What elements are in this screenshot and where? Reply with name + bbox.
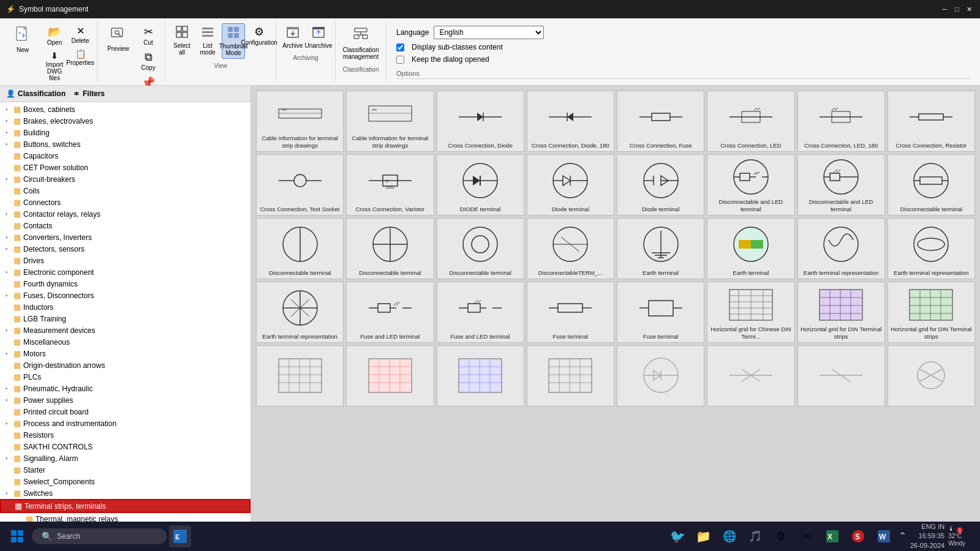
configuration-button[interactable]: ⚙ Configuration: [247, 23, 271, 48]
symbol-cell-cross-varistor[interactable]: U Cross Connection, Varistor: [346, 154, 434, 216]
symbol-cell-grid-bottom-4[interactable]: [527, 345, 614, 407]
taskbar-excel-icon[interactable]: X: [821, 525, 843, 547]
tree-item-terminal-strips[interactable]: - ▦ Terminal strips, terminals: [0, 499, 251, 513]
close-button[interactable]: ✕: [964, 4, 974, 14]
tree-item-process[interactable]: + ▦ Process and instrumentation: [0, 418, 251, 429]
tree-item-starter[interactable]: ▦ Starter: [0, 464, 251, 476]
symbol-cell-cable-info-2[interactable]: info Cable information for terminal stri…: [346, 91, 434, 152]
symbol-cell-cross-diode[interactable]: Cross Connection, Diode: [437, 91, 524, 152]
tree-item-inductors[interactable]: ▦ Inductors: [0, 301, 251, 313]
taskbar-red-icon[interactable]: S: [847, 525, 869, 547]
symbol-cell-disconnectable-term[interactable]: DisconnectableTERM_...: [527, 218, 614, 279]
symbol-cell-grid-bottom-2[interactable]: [346, 345, 434, 407]
symbol-cell-earth-terminal-1[interactable]: Earth terminal: [617, 218, 704, 279]
new-button[interactable]: New: [5, 23, 40, 56]
tree-item-converters[interactable]: + ▦ Converters, Inverters: [0, 231, 251, 243]
symbol-cell-disconnectable-led-1[interactable]: Disconnectable and LED terminal: [707, 154, 794, 216]
taskbar-edge-icon[interactable]: 🌐: [718, 525, 741, 547]
symbol-cell-horizontal-grid-1[interactable]: Horizontal grid for Chinese DIN Termi...: [707, 282, 794, 343]
symbol-cell-earth-rep-1[interactable]: Earth terminal representation: [797, 218, 885, 279]
tree-item-miscellaneous[interactable]: ▦ Miscellaneous: [0, 336, 251, 348]
symbol-cell-diode-terminal-2[interactable]: Diode terminal: [527, 154, 614, 216]
import-dwg-button[interactable]: ⬇ Import DWG files: [43, 49, 66, 83]
tree-item-sakthi[interactable]: ▦ SAKTHI CONTROLS: [0, 441, 251, 452]
tree-item-coils[interactable]: ▦ Coils: [0, 185, 251, 197]
copy-button[interactable]: ⧉ Copy: [137, 49, 160, 73]
classification-mgmt-button[interactable]: Classification management: [341, 23, 381, 62]
right-panel[interactable]: info Cable information for terminal stri…: [251, 86, 980, 533]
archive-button[interactable]: Archive: [281, 23, 304, 51]
tree-item-buttons[interactable]: + ▦ Buttons, switches: [0, 138, 251, 150]
taskbar-app-eplan[interactable]: E: [169, 525, 191, 547]
tree-item-fourth-dynamics[interactable]: ▦ Fourth dynamics: [0, 278, 251, 290]
start-button[interactable]: [5, 524, 29, 549]
symbol-cell-circle-x-bottom[interactable]: [888, 345, 975, 407]
tree-item-boxes[interactable]: + ▦ Boxes, cabinets: [0, 103, 251, 115]
taskbar-folder-icon[interactable]: 📁: [693, 525, 715, 547]
symbol-cell-cable-info-1[interactable]: info Cable information for terminal stri…: [256, 91, 344, 152]
symbol-cell-diode-terminal-3[interactable]: Diode terminal: [617, 154, 704, 216]
tree-item-electronic[interactable]: + ▦ Electronic component: [0, 266, 251, 278]
keep-dialog-checkbox[interactable]: [396, 56, 404, 64]
symbol-cell-horizontal-grid-2[interactable]: Horizontal grid for DIN Terminal strips: [797, 282, 885, 343]
symbol-cell-disconnectable-2[interactable]: Disconnectable terminal: [346, 218, 434, 279]
cut-button[interactable]: ✂ Cut: [137, 23, 160, 48]
language-select[interactable]: English French German Spanish: [434, 26, 544, 39]
tree-item-building[interactable]: + ▦ Building: [0, 127, 251, 138]
symbol-cell-disconnectable-terminal[interactable]: Disconnectable terminal: [888, 154, 975, 216]
symbol-cell-cross-bottom[interactable]: [707, 345, 794, 407]
taskbar-word-icon[interactable]: W: [873, 525, 895, 547]
symbol-cell-horizontal-grid-3[interactable]: Horizontal grid for DIN Terminal strips: [888, 282, 975, 343]
symbol-cell-cross-led[interactable]: Cross Connection, LED: [707, 91, 794, 152]
unarchive-button[interactable]: Unarchive: [307, 23, 330, 51]
tree-item-connectors[interactable]: ▦ Connectors: [0, 197, 251, 208]
tree-container[interactable]: + ▦ Boxes, cabinets + ▦ Brakes, electrov…: [0, 102, 251, 533]
symbol-cell-fuse-led-1[interactable]: Fuse and LED terminal: [346, 282, 434, 343]
tree-item-power-supplies[interactable]: + ▦ Power supplies: [0, 394, 251, 406]
tree-item-detectors[interactable]: + ▦ Detectors, sensors: [0, 243, 251, 255]
symbol-cell-earth-terminal-2[interactable]: Earth terminal: [707, 218, 794, 279]
tree-item-circuit-breakers[interactable]: + ▦ Circuit-breakers: [0, 173, 251, 185]
tree-item-motors[interactable]: + ▦ Motors: [0, 348, 251, 359]
symbol-cell-disconnectable-1[interactable]: Disconnectable terminal: [256, 218, 344, 279]
tree-item-cet[interactable]: ▦ CET Power solution: [0, 162, 251, 173]
symbol-cell-cross-bottom-2[interactable]: [797, 345, 885, 407]
taskbar-search-box[interactable]: 🔍 Search: [32, 528, 167, 544]
symbol-cell-fuse-terminal-2[interactable]: Fuse terminal: [617, 282, 704, 343]
tree-item-fuses[interactable]: + ▦ Fuses, Disconnectors: [0, 290, 251, 301]
tree-item-swelect[interactable]: ▦ Swelect_Components: [0, 476, 251, 487]
symbol-cell-cross-fuse[interactable]: Cross Connection, Fuse: [617, 91, 704, 152]
tree-item-measurement[interactable]: + ▦ Measurement devices: [0, 324, 251, 336]
tree-item-signalling[interactable]: + ▦ Signalling, Alarm: [0, 452, 251, 464]
symbol-cell-grid-bottom-3[interactable]: [437, 345, 524, 407]
symbol-cell-cross-diode-180[interactable]: Cross Connection, Diode, 180: [527, 91, 614, 152]
symbol-cell-earth-rep-3[interactable]: Earth terminal representation: [256, 282, 344, 343]
symbol-cell-earth-rep-2[interactable]: Earth terminal representation: [888, 218, 975, 279]
select-all-button[interactable]: Select all: [170, 23, 194, 58]
notification-icon[interactable]: ⌃: [899, 530, 907, 542]
maximize-button[interactable]: □: [952, 4, 962, 14]
list-mode-button[interactable]: List mode: [196, 23, 219, 58]
symbol-cell-cross-test[interactable]: Cross Connection, Test Socket: [256, 154, 344, 216]
symbol-cell-fuse-terminal-1[interactable]: Fuse terminal: [527, 282, 614, 343]
preview-button[interactable]: Preview: [102, 23, 134, 54]
symbol-cell-diode-terminal[interactable]: DIODE terminal: [437, 154, 524, 216]
taskbar-chrome-icon[interactable]: ⚙: [770, 525, 792, 547]
tree-item-resistors[interactable]: ▦ Resistors: [0, 429, 251, 441]
tree-item-contactor-relays[interactable]: + ▦ Contactor relays, relays: [0, 208, 251, 220]
tree-item-origin-dest[interactable]: ▦ Origin-destination arrows: [0, 359, 251, 371]
tree-item-contacts[interactable]: ▦ Contacts: [0, 220, 251, 231]
tree-item-lgb[interactable]: ▦ LGB Training: [0, 313, 251, 324]
tree-item-pneumatic[interactable]: + ▦ Pneumatic, Hydraulic: [0, 383, 251, 394]
taskbar-scissors-icon[interactable]: ✂: [796, 525, 818, 547]
tree-item-plcs[interactable]: ▦ PLCs: [0, 371, 251, 383]
delete-button[interactable]: ✕ Delete: [69, 23, 92, 46]
symbol-cell-cross-resistor[interactable]: Cross Connection, Resistor: [888, 91, 975, 152]
symbol-cell-cross-led-180[interactable]: Cross Connection, LED, 180: [797, 91, 885, 152]
symbol-cell-disconnectable-3[interactable]: Disconnectable terminal: [437, 218, 524, 279]
symbol-cell-grid-bottom-1[interactable]: [256, 345, 344, 407]
tree-item-brakes[interactable]: + ▦ Brakes, electrovalves: [0, 115, 251, 127]
open-button[interactable]: 📂 Open: [43, 23, 66, 48]
taskbar-music-icon[interactable]: 🎵: [744, 525, 766, 547]
tree-item-switches[interactable]: + ▦ Switches: [0, 487, 251, 499]
